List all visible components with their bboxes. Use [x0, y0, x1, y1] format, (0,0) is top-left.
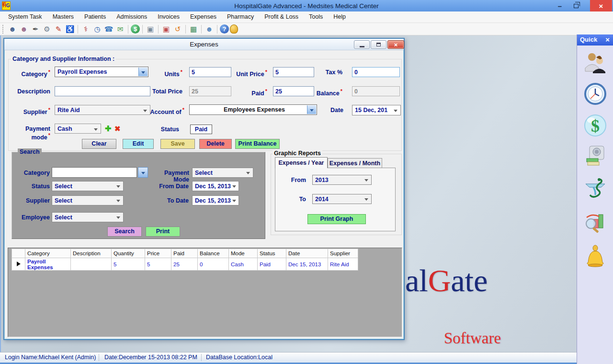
help-icon[interactable]: ?: [220, 24, 229, 34]
patient-icon[interactable]: ☻: [19, 24, 29, 34]
edit-button[interactable]: Edit: [123, 139, 154, 149]
patients-group-icon[interactable]: ☻: [7, 24, 18, 34]
tab-expenses-month[interactable]: Expenses / Month: [328, 158, 382, 168]
delete-button[interactable]: Delete: [199, 139, 232, 149]
signature-icon[interactable]: ✒: [30, 24, 41, 34]
menu-system-task[interactable]: System Task: [3, 11, 47, 23]
payment-note-icon[interactable]: ✉: [115, 24, 125, 34]
column-header-balance[interactable]: Balance: [198, 249, 229, 258]
date-combobox[interactable]: 15 Dec, 201: [352, 105, 401, 115]
supplier-combobox[interactable]: Rite Aid: [55, 105, 150, 115]
column-header-quantity[interactable]: Quantity: [112, 249, 145, 258]
expenses-close-button[interactable]: ×: [387, 40, 404, 49]
money-icon[interactable]: $: [584, 111, 607, 140]
quick-panel-close-icon[interactable]: ×: [605, 34, 610, 45]
cell-date[interactable]: Dec 15, 2013: [286, 258, 328, 271]
cell-supplier[interactable]: Rite Aid: [328, 258, 358, 271]
staff-icon[interactable]: ☻: [204, 24, 215, 34]
wheelchair-icon[interactable]: ♿: [65, 24, 75, 34]
chevron-down-icon[interactable]: [307, 105, 316, 114]
cell-category[interactable]: Payroll Expenses: [25, 258, 71, 271]
menu-admissions[interactable]: Admissions: [111, 11, 152, 23]
search-to-date-picker[interactable]: Dec 15, 2013: [192, 195, 239, 205]
save-button[interactable]: Save: [160, 139, 195, 149]
app-close-button[interactable]: ×: [590, 0, 612, 11]
column-header-mode[interactable]: Mode: [229, 249, 258, 258]
column-header-price[interactable]: Price: [145, 249, 171, 258]
toolbar-grip[interactable]: [2, 25, 5, 34]
search-from-date-picker[interactable]: Dec 15, 2013: [192, 181, 239, 191]
cell-paid[interactable]: 25: [171, 258, 198, 271]
expenses-table[interactable]: CategoryDescriptionQuantityPricePaidBala…: [11, 249, 358, 271]
quick-panel: Quick × $: [577, 34, 613, 364]
print-graph-button[interactable]: Print Graph: [307, 214, 366, 224]
description-input[interactable]: [55, 86, 150, 96]
chevron-down-icon[interactable]: [138, 68, 148, 76]
column-header-status[interactable]: Status: [258, 249, 286, 258]
menu-expenses[interactable]: Expenses: [185, 11, 222, 23]
cell-description[interactable]: [71, 258, 112, 271]
app-restore-button[interactable]: [569, 0, 583, 11]
menu-help[interactable]: Help: [328, 11, 351, 23]
lab-equipment-icon[interactable]: ⚙: [42, 24, 52, 34]
search-button[interactable]: Search: [107, 227, 142, 237]
search-status-combobox[interactable]: Select: [52, 181, 124, 191]
menu-pharmacy[interactable]: Pharmacy: [222, 11, 259, 23]
search-supplier-combobox[interactable]: Select: [52, 195, 124, 205]
clear-button[interactable]: Clear: [82, 139, 116, 149]
dollar-icon[interactable]: $: [131, 24, 140, 34]
cell-price[interactable]: 5: [145, 258, 171, 271]
app-minimize-button[interactable]: –: [553, 0, 567, 11]
clock-icon[interactable]: ◷: [92, 24, 102, 34]
units-input[interactable]: [189, 67, 231, 77]
purchase-icon[interactable]: ▣: [161, 24, 171, 34]
clock-icon[interactable]: [584, 80, 607, 108]
bell-icon[interactable]: [230, 24, 238, 34]
tab-expenses-year[interactable]: Expenses / Year: [275, 157, 328, 168]
column-header-description[interactable]: Description: [71, 249, 112, 258]
category-combobox[interactable]: Payroll Expenses: [55, 67, 148, 77]
cell-balance[interactable]: 0: [198, 258, 229, 271]
cell-quantity[interactable]: 5: [112, 258, 145, 271]
stock-icon[interactable]: ▣: [145, 24, 156, 34]
column-header-paid[interactable]: Paid: [171, 249, 198, 258]
fax-icon[interactable]: ☎: [103, 24, 114, 34]
account-of-combobox[interactable]: Employees Expenses: [189, 104, 317, 115]
cell-status[interactable]: Paid: [258, 258, 286, 271]
expenses-minimize-button[interactable]: [354, 40, 370, 49]
search-print-button[interactable]: Print: [146, 227, 180, 237]
tax-input[interactable]: [352, 67, 400, 77]
doctor-schedule-icon[interactable]: ⚕: [80, 24, 91, 34]
table-row[interactable]: Payroll Expenses55250CashPaidDec 15, 201…: [12, 258, 358, 271]
cashbox-icon[interactable]: [584, 144, 607, 169]
expenses-maximize-button[interactable]: [371, 40, 386, 49]
search-payment-mode-combobox[interactable]: Select: [192, 168, 253, 178]
search-category-dropdown-button[interactable]: [138, 167, 148, 178]
expenses-titlebar[interactable]: Expenses ×: [4, 39, 404, 50]
financial-reports-icon[interactable]: [584, 209, 607, 235]
add-payment-mode-icon[interactable]: ✚: [105, 124, 111, 133]
menu-masters[interactable]: Masters: [47, 11, 79, 23]
search-employee-combobox[interactable]: Select: [52, 212, 124, 222]
patients-icon[interactable]: [584, 49, 607, 76]
menu-tools[interactable]: Tools: [304, 11, 328, 23]
menu-invoices[interactable]: Invoices: [152, 11, 185, 23]
column-header-date[interactable]: Date: [286, 249, 328, 258]
injection-icon[interactable]: ✎: [53, 24, 64, 34]
menu-patients[interactable]: Patients: [79, 11, 111, 23]
cell-mode[interactable]: Cash: [229, 258, 258, 271]
pharmacy-icon[interactable]: [584, 172, 607, 204]
row-selector[interactable]: [12, 258, 25, 271]
delete-payment-mode-icon[interactable]: ✖: [114, 125, 121, 133]
print-balance-button[interactable]: Print Balance: [235, 139, 280, 149]
search-category-combobox[interactable]: [52, 167, 137, 178]
column-header-supplier[interactable]: Supplier: [328, 249, 358, 258]
menu-profit-loss[interactable]: Profit & Loss: [259, 11, 304, 23]
column-header-category[interactable]: Category: [25, 249, 71, 258]
report-chart-icon[interactable]: ▦: [188, 24, 199, 34]
alerts-bell-icon[interactable]: [584, 241, 607, 271]
undo-icon[interactable]: ↺: [172, 24, 183, 34]
graph-from-combobox[interactable]: 2013: [312, 175, 372, 185]
payment-mode-combobox[interactable]: Cash: [55, 124, 101, 134]
graph-to-combobox[interactable]: 2014: [312, 194, 372, 204]
